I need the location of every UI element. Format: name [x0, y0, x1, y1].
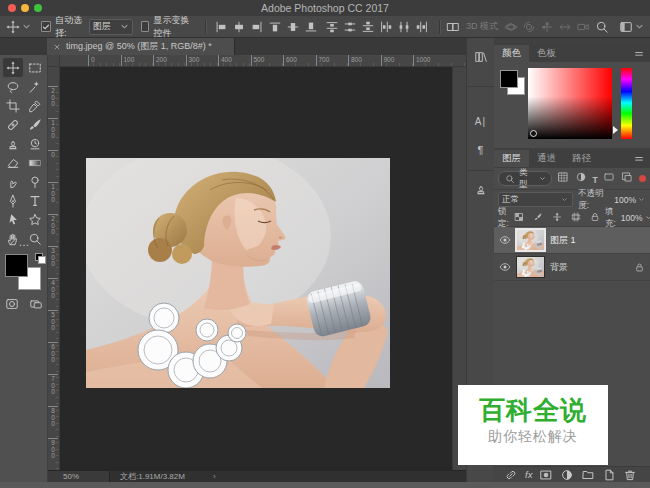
shape-tool[interactable] — [25, 210, 45, 229]
document-tab[interactable]: timg.jpeg @ 50% (图层 1, RGB/8#) * — [47, 38, 235, 55]
filter-pixel-button[interactable] — [556, 170, 570, 188]
zoom-window-button[interactable] — [34, 4, 42, 12]
dist-hcenter-button[interactable] — [395, 19, 412, 35]
eyedropper-tool[interactable] — [25, 96, 45, 115]
tab-paths[interactable]: 路径 — [564, 150, 599, 167]
ruler-origin-corner[interactable] — [48, 55, 60, 67]
dist-top-button[interactable] — [323, 19, 340, 35]
close-window-button[interactable] — [8, 4, 16, 12]
status-options-arrow[interactable]: › — [213, 472, 216, 481]
eraser-tool[interactable] — [3, 153, 23, 172]
layer-thumbnail[interactable] — [517, 230, 544, 250]
healing-brush-tool[interactable] — [3, 115, 23, 134]
crop-tool[interactable] — [3, 96, 23, 115]
current-tool-button[interactable] — [6, 20, 31, 34]
panel-menu-icon[interactable] — [633, 153, 645, 165]
path-select-tool[interactable] — [3, 210, 23, 229]
filter-type-button[interactable]: T — [592, 170, 598, 188]
auto-select-checkbox[interactable]: 自动选择: — [41, 14, 83, 40]
close-icon[interactable] — [53, 43, 61, 51]
canvas[interactable] — [60, 67, 452, 470]
tab-layers[interactable]: 图层 — [494, 150, 529, 167]
layer-thumbnail[interactable] — [517, 257, 544, 277]
new-layer-button[interactable] — [602, 468, 616, 482]
filter-shape-button[interactable] — [602, 170, 616, 188]
paragraph-icon[interactable]: ¶ — [478, 144, 484, 156]
layer-row[interactable]: 图层 1 — [494, 227, 650, 254]
dist-right-button[interactable] — [413, 19, 430, 35]
chevron-down-icon — [638, 196, 644, 202]
libraries-icon[interactable] — [474, 50, 488, 64]
clone-stamp-tool[interactable] — [3, 134, 23, 153]
trash-button[interactable] — [623, 468, 637, 482]
smudge-tool[interactable] — [3, 172, 23, 191]
fx-button[interactable]: fx — [525, 469, 532, 480]
mask-button[interactable] — [539, 468, 553, 482]
filter-toggle-button[interactable] — [639, 175, 646, 182]
saturation-brightness-field[interactable] — [528, 68, 612, 139]
move-tool[interactable] — [3, 58, 23, 77]
document-image[interactable] — [86, 158, 390, 388]
lock-position-button[interactable] — [550, 210, 564, 226]
v-ruler-label: 600 — [48, 342, 58, 364]
type-tool[interactable] — [25, 191, 45, 210]
zoom-level-field[interactable]: 50% — [48, 471, 110, 482]
character-icon[interactable]: A| — [475, 116, 486, 127]
marquee-tool[interactable] — [25, 58, 45, 77]
auto-select-dropdown[interactable]: 图层 — [89, 19, 133, 35]
dist-left-button[interactable] — [377, 19, 394, 35]
link-button[interactable] — [504, 468, 518, 482]
brush-tool[interactable] — [25, 115, 45, 134]
screen-mode-button[interactable] — [29, 297, 43, 315]
clone-source-icon[interactable] — [474, 182, 488, 196]
tab-channels[interactable]: 通道 — [529, 150, 564, 167]
opacity-dropdown[interactable]: 100% — [614, 195, 646, 205]
lock-artboard-button[interactable] — [569, 210, 583, 226]
lasso-tool[interactable] — [3, 77, 23, 96]
dist-vcenter-button[interactable] — [341, 19, 358, 35]
adjustment-button[interactable] — [560, 468, 574, 482]
lock-transparent-button[interactable] — [512, 210, 526, 226]
panel-menu-icon[interactable] — [633, 48, 645, 60]
align-right-button[interactable] — [248, 19, 265, 35]
vertical-ruler[interactable]: 2001000100200300400500600700800900 — [48, 67, 60, 470]
workspace-switcher[interactable] — [619, 20, 644, 34]
lock-all-button[interactable] — [588, 210, 602, 226]
filter-smart-button[interactable] — [620, 170, 634, 188]
foreground-color-swatch[interactable] — [5, 254, 28, 277]
foreground-color-swatch[interactable] — [500, 70, 518, 88]
align-hcenter-button[interactable] — [230, 19, 247, 35]
default-colors-icon[interactable] — [35, 253, 45, 263]
filter-adjust-button[interactable] — [574, 170, 588, 188]
tab-color[interactable]: 颜色 — [494, 45, 529, 62]
minimize-window-button[interactable] — [21, 4, 29, 12]
lock-pixels-button[interactable] — [531, 210, 545, 226]
tab-swatches[interactable]: 色板 — [529, 45, 564, 62]
edit-toolbar-button[interactable]: … — [0, 237, 48, 247]
quick-select-tool[interactable] — [25, 77, 45, 96]
align-vcenter-button[interactable] — [284, 19, 301, 35]
tools-grid — [3, 58, 45, 248]
blend-mode-dropdown[interactable]: 正常 — [498, 192, 573, 207]
group-button[interactable] — [581, 468, 595, 482]
color-cursor[interactable] — [530, 130, 537, 137]
history-brush-tool[interactable] — [25, 134, 45, 153]
quick-mask-button[interactable] — [5, 297, 19, 315]
search-icon[interactable] — [595, 20, 609, 34]
horizontal-ruler[interactable]: 01002003004005006007008009001000 — [60, 55, 466, 67]
align-left-button[interactable] — [212, 19, 229, 35]
eye-icon[interactable] — [499, 261, 511, 273]
eye-icon[interactable] — [499, 234, 511, 246]
pen-tool[interactable] — [3, 191, 23, 210]
align-bottom-button[interactable] — [302, 19, 319, 35]
layer-row[interactable]: 背景 — [494, 254, 650, 281]
align-top-button[interactable] — [266, 19, 283, 35]
fill-dropdown[interactable]: 100% — [621, 213, 650, 223]
gradient-tool[interactable] — [25, 153, 45, 172]
show-transform-checkbox[interactable]: 显示变换控件 — [141, 14, 195, 40]
layer-filter-dropdown[interactable]: 类型 — [498, 171, 552, 186]
auto-align-button[interactable] — [446, 19, 460, 35]
hue-slider[interactable] — [621, 68, 632, 139]
dist-bottom-button[interactable] — [359, 19, 376, 35]
dodge-tool[interactable] — [25, 172, 45, 191]
